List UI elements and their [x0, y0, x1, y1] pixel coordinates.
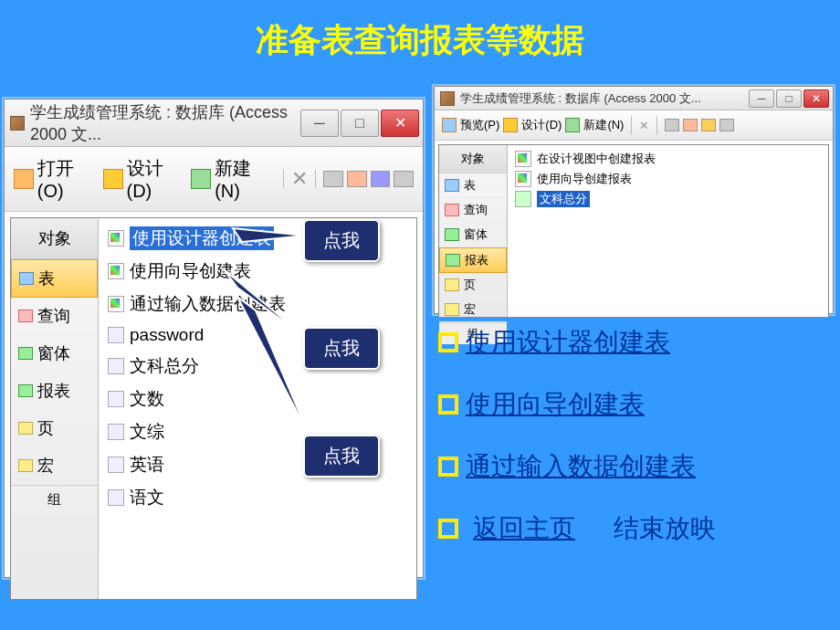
link-home[interactable]: 返回主页 [473, 511, 575, 546]
sidebar-item-reports[interactable]: 报表 [11, 373, 98, 410]
table-icon [108, 327, 124, 343]
window-title: 学生成绩管理系统 : 数据库 (Access 2000 文... [30, 101, 299, 145]
window-title: 学生成绩管理系统 : 数据库 (Access 2000 文... [460, 90, 747, 107]
list-item[interactable]: 语文 [99, 481, 416, 514]
close-button[interactable]: ✕ [803, 89, 829, 108]
new-button[interactable]: 新建(N) [583, 117, 624, 133]
minimize-button[interactable]: ─ [749, 89, 774, 108]
sidebar-item-macros[interactable]: 宏 [439, 298, 507, 322]
slide-title: 准备表查询报表等数据 [0, 0, 840, 77]
sidebar-item-tables[interactable]: 表 [11, 259, 98, 298]
macro-icon [18, 459, 33, 472]
table-icon [108, 391, 124, 407]
link-end-show[interactable]: 结束放映 [614, 511, 716, 546]
design-icon [103, 169, 123, 189]
access-window-reports: 学生成绩管理系统 : 数据库 (Access 2000 文... ─ □ ✕ 预… [434, 86, 834, 314]
sidebar-item-queries[interactable]: 查询 [439, 198, 507, 223]
maximize-button[interactable]: □ [776, 89, 802, 108]
close-button[interactable]: ✕ [381, 110, 419, 137]
delete-icon[interactable]: ✕ [639, 119, 649, 132]
window-controls: ─ □ ✕ [747, 89, 829, 108]
list-item[interactable]: 文科总分 [508, 189, 828, 209]
objects-sidebar: 对象 表 查询 窗体 报表 页 宏 组 [11, 218, 99, 599]
view-icon-4[interactable] [719, 119, 734, 131]
view-icon-3[interactable] [701, 119, 716, 131]
form-icon [18, 347, 33, 360]
link-create-designer[interactable]: 使用设计器创建表 [438, 325, 831, 360]
link-create-input[interactable]: 通过输入数据创建表 [438, 449, 831, 484]
divider [283, 170, 284, 188]
new-button[interactable]: 新建(N) [215, 156, 276, 202]
sidebar-item-tables[interactable]: 表 [439, 173, 507, 198]
sidebar-item-macros[interactable]: 宏 [11, 447, 98, 485]
body-area: 对象 表 查询 窗体 报表 页 宏 组 在设计视图中创建报表 使用向导创建报表 … [438, 144, 829, 318]
maximize-button[interactable]: □ [341, 110, 379, 137]
table-icon [108, 457, 124, 473]
new-icon [565, 118, 580, 132]
wizard-icon [108, 296, 124, 312]
table-icon [445, 179, 459, 192]
preview-button[interactable]: 预览(P) [460, 117, 499, 133]
callout-click-me-3[interactable]: 点我 [303, 435, 380, 478]
sidebar-header: 对象 [11, 218, 98, 259]
sidebar-item-forms[interactable]: 窗体 [439, 223, 507, 247]
view-icon-1[interactable] [665, 119, 679, 131]
window-controls: ─ □ ✕ [299, 110, 419, 137]
callout-click-me-1[interactable]: 点我 [303, 219, 380, 262]
report-list: 在设计视图中创建报表 使用向导创建报表 文科总分 [508, 145, 828, 317]
body-area: 对象 表 查询 窗体 报表 页 宏 组 使用设计器创建表 使用向导创建表 通过输… [10, 217, 417, 600]
sidebar-header: 对象 [439, 145, 507, 173]
open-icon [14, 169, 34, 189]
objects-sidebar: 对象 表 查询 窗体 报表 页 宏 组 [439, 145, 508, 317]
view-icon-2[interactable] [683, 119, 698, 131]
view-icon-2[interactable] [347, 171, 367, 187]
sidebar-item-reports[interactable]: 报表 [439, 247, 507, 273]
macro-icon [445, 303, 459, 316]
toolbar: 预览(P) 设计(D) 新建(N) ✕ [435, 110, 833, 141]
minimize-button[interactable]: ─ [300, 110, 339, 137]
query-icon [18, 310, 33, 322]
sidebar-item-pages[interactable]: 页 [11, 410, 98, 447]
query-icon [445, 204, 459, 216]
design-icon [503, 118, 518, 132]
view-icon-4[interactable] [394, 171, 414, 187]
bullet-icon [438, 519, 458, 539]
view-icon-1[interactable] [323, 171, 343, 187]
wizard-icon [108, 263, 124, 279]
app-icon [440, 91, 455, 106]
view-icon-3[interactable] [371, 171, 391, 187]
new-icon [191, 169, 211, 189]
sidebar-groups[interactable]: 组 [11, 485, 98, 514]
titlebar[interactable]: 学生成绩管理系统 : 数据库 (Access 2000 文... ─ □ ✕ [5, 100, 423, 147]
delete-icon[interactable]: ✕ [291, 167, 308, 191]
bullet-icon [438, 394, 458, 415]
divider [656, 116, 657, 134]
list-item[interactable]: 通过输入数据创建表 [99, 288, 416, 320]
preview-icon [442, 118, 457, 132]
table-list: 使用设计器创建表 使用向导创建表 通过输入数据创建表 password 文科总分… [99, 218, 416, 599]
list-item[interactable]: 使用向导创建报表 [508, 169, 828, 189]
open-button[interactable]: 打开(O) [37, 156, 100, 202]
sidebar-item-queries[interactable]: 查询 [11, 298, 98, 335]
link-create-wizard[interactable]: 使用向导创建表 [438, 387, 831, 422]
sidebar-item-forms[interactable]: 窗体 [11, 335, 98, 373]
table-icon [108, 358, 124, 374]
divider [315, 170, 316, 188]
titlebar[interactable]: 学生成绩管理系统 : 数据库 (Access 2000 文... ─ □ ✕ [435, 87, 833, 110]
callout-click-me-2[interactable]: 点我 [303, 327, 380, 370]
wizard-icon [515, 171, 531, 187]
sidebar-item-pages[interactable]: 页 [439, 273, 507, 298]
list-item[interactable]: 在设计视图中创建报表 [508, 149, 828, 169]
page-icon [18, 422, 33, 435]
bullet-icon [438, 457, 458, 477]
design-button[interactable]: 设计(D) [127, 156, 188, 202]
report-icon [446, 254, 460, 267]
page-icon [445, 278, 459, 291]
wizard-icon [515, 151, 531, 167]
link-nav-row: 返回主页 结束放映 [438, 511, 831, 546]
table-icon [108, 424, 124, 440]
toolbar: 打开(O) 设计(D) 新建(N) ✕ [5, 147, 423, 212]
list-item[interactable]: 文数 [99, 383, 416, 415]
design-button[interactable]: 设计(D) [521, 117, 562, 133]
report-icon [18, 384, 33, 397]
